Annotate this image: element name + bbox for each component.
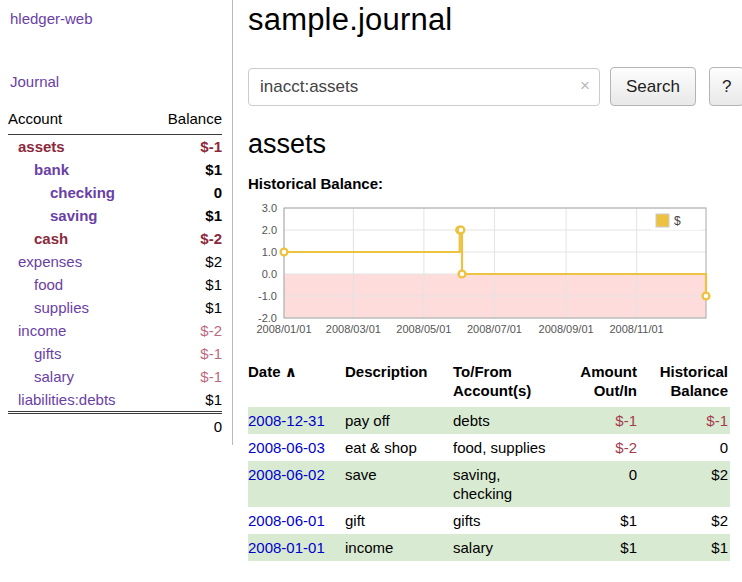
transaction-date-link[interactable]: 2008-01-01 xyxy=(248,539,325,556)
account-row: assets$-1 xyxy=(8,135,222,159)
y-tick-label: 0.0 xyxy=(262,268,277,280)
register-row[interactable]: 2008-01-01incomesalary$1$1 xyxy=(248,534,730,561)
account-balance: $-2 xyxy=(150,319,222,342)
y-tick-label: 1.0 xyxy=(262,246,277,258)
transaction-balance: 0 xyxy=(647,434,730,461)
transaction-date-link[interactable]: 2008-06-03 xyxy=(248,439,325,456)
transaction-date-link[interactable]: 2008-06-02 xyxy=(248,466,325,483)
account-balance: $1 xyxy=(150,158,222,181)
register-header-row: Date ∧DescriptionTo/From Account(s)Amoun… xyxy=(248,360,730,407)
transaction-balance: $1 xyxy=(647,534,730,561)
account-link-supplies[interactable]: supplies xyxy=(34,299,89,316)
y-tick-label: -1.0 xyxy=(258,290,277,302)
account-balance: $1 xyxy=(150,296,222,319)
accounts-table-body: assets$-1bank$1checking0saving$1cash$-2e… xyxy=(8,135,222,413)
account-balance: $-1 xyxy=(150,135,222,159)
data-point xyxy=(459,271,466,278)
account-link-income[interactable]: income xyxy=(18,322,66,339)
x-tick-label: 2008/11/01 xyxy=(610,323,664,335)
transaction-accounts: salary xyxy=(453,534,573,561)
account-title: assets xyxy=(248,129,742,160)
app-layout: hledger-web Journal Account Balance asse… xyxy=(0,0,742,561)
accounts-table: Account Balance assets$-1bank$1checking0… xyxy=(8,108,222,439)
register-row[interactable]: 2008-06-01giftgifts$1$2 xyxy=(248,507,730,534)
historical-balance-chart: 3.02.01.00.0-1.0-2.02008/01/012008/03/01… xyxy=(248,198,718,340)
clear-search-icon[interactable]: × xyxy=(580,77,590,94)
account-link-food[interactable]: food xyxy=(34,276,63,293)
transaction-date-link[interactable]: 2008-12-31 xyxy=(248,412,325,429)
account-link-gifts[interactable]: gifts xyxy=(34,345,62,362)
account-balance: $-1 xyxy=(150,342,222,365)
page-title: sample.journal xyxy=(248,2,742,38)
accounts-total-row: 0 xyxy=(8,413,222,440)
legend-swatch xyxy=(656,214,669,227)
y-tick-label: 3.0 xyxy=(262,202,277,214)
x-tick-label: 2008/01/01 xyxy=(256,323,311,335)
register-row[interactable]: 2008-12-31pay offdebts$-1$-1 xyxy=(248,407,730,434)
account-row: gifts$-1 xyxy=(8,342,222,365)
accounts-header-row: Account Balance xyxy=(8,108,222,135)
account-link-assets[interactable]: assets xyxy=(18,138,65,155)
account-row: liabilities:debts$1 xyxy=(8,388,222,413)
account-row: cash$-2 xyxy=(8,227,222,250)
data-point xyxy=(703,293,710,300)
x-tick-label: 2008/07/01 xyxy=(467,323,522,335)
app-title-link[interactable]: hledger-web xyxy=(10,10,93,27)
search-input[interactable] xyxy=(248,68,600,106)
transaction-description: eat & shop xyxy=(345,434,453,461)
transaction-balance: $2 xyxy=(647,461,730,507)
search-bar: × Search ? xyxy=(248,67,742,106)
account-balance: $-2 xyxy=(150,227,222,250)
journal-link[interactable]: Journal xyxy=(10,73,59,90)
help-button[interactable]: ? xyxy=(709,67,742,106)
transaction-description: income xyxy=(345,534,453,561)
search-button[interactable]: Search xyxy=(610,67,696,106)
account-link-salary[interactable]: salary xyxy=(34,368,74,385)
account-row: salary$-1 xyxy=(8,365,222,388)
account-row: income$-2 xyxy=(8,319,222,342)
transaction-date-link[interactable]: 2008-06-01 xyxy=(248,512,325,529)
x-tick-label: 2008/09/01 xyxy=(539,323,594,335)
account-link-cash[interactable]: cash xyxy=(34,230,68,247)
account-row: checking0 xyxy=(8,181,222,204)
register-column-header-2: To/From Account(s) xyxy=(453,360,573,407)
register-column-header-3: Amount Out/In xyxy=(573,360,647,407)
main-content: sample.journal × Search ? assets Histori… xyxy=(233,0,742,561)
account-balance: $1 xyxy=(150,273,222,296)
transaction-balance: $2 xyxy=(647,507,730,534)
account-balance: $1 xyxy=(150,204,222,227)
transaction-amount: 0 xyxy=(573,461,647,507)
register-row[interactable]: 2008-06-03eat & shopfood, supplies$-20 xyxy=(248,434,730,461)
accounts-header-balance: Balance xyxy=(150,108,222,135)
transaction-accounts: gifts xyxy=(453,507,573,534)
account-balance: 0 xyxy=(150,181,222,204)
account-row: expenses$2 xyxy=(8,250,222,273)
transaction-amount: $-1 xyxy=(573,407,647,434)
account-link-expenses[interactable]: expenses xyxy=(18,253,82,270)
transaction-description: pay off xyxy=(345,407,453,434)
account-link-liabilities-debts[interactable]: liabilities:debts xyxy=(18,391,116,408)
search-box: × xyxy=(248,68,600,106)
transaction-description: save xyxy=(345,461,453,507)
legend-label: $ xyxy=(674,214,681,228)
transaction-amount: $1 xyxy=(573,534,647,561)
account-balance: $2 xyxy=(150,250,222,273)
accounts-total-value: 0 xyxy=(150,413,222,440)
transaction-amount: $1 xyxy=(573,507,647,534)
transaction-accounts: debts xyxy=(453,407,573,434)
data-point xyxy=(281,249,288,256)
account-link-bank[interactable]: bank xyxy=(34,161,69,178)
register-table-body: 2008-12-31pay offdebts$-1$-12008-06-03ea… xyxy=(248,407,730,561)
transaction-balance: $-1 xyxy=(647,407,730,434)
account-row: food$1 xyxy=(8,273,222,296)
transaction-description: gift xyxy=(345,507,453,534)
register-column-header-1: Description xyxy=(345,360,453,407)
transaction-accounts: saving, checking xyxy=(453,461,573,507)
account-link-checking[interactable]: checking xyxy=(50,184,115,201)
account-balance: $1 xyxy=(150,388,222,413)
register-row[interactable]: 2008-06-02savesaving, checking0$2 xyxy=(248,461,730,507)
account-link-saving[interactable]: saving xyxy=(50,207,98,224)
register-column-header-0[interactable]: Date ∧ xyxy=(248,360,345,407)
sort-ascending-icon: ∧ xyxy=(281,363,297,380)
account-row: bank$1 xyxy=(8,158,222,181)
